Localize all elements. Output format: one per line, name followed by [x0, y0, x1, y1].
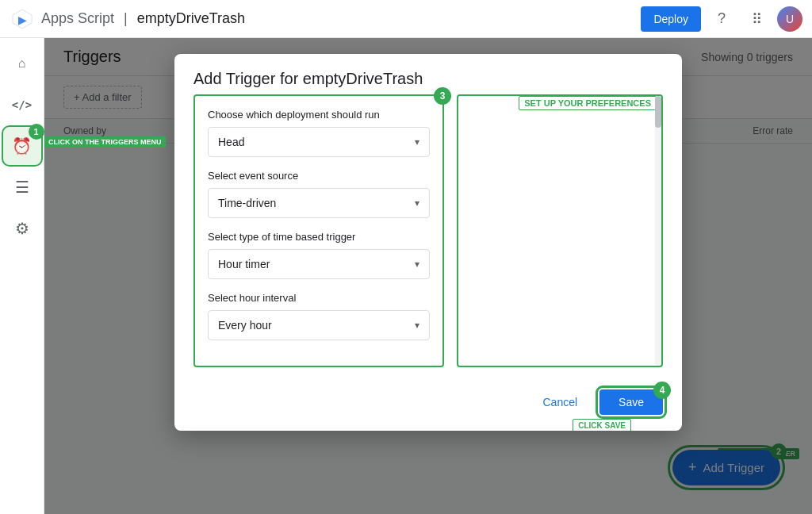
add-trigger-modal: Add Trigger for emptyDriveTrash 3 SET UP… [174, 54, 682, 431]
event-source-field: Select event source Time-driven ▾ [208, 170, 430, 218]
svg-text:▶: ▶ [18, 13, 27, 26]
app-name-label: Apps Script [41, 10, 114, 27]
modal-footer: Cancel Save 4 CLICK SAVE [174, 380, 682, 431]
triggers-menu-annotation: CLICK ON THE TRIGGERS MENU [44, 136, 166, 148]
deployment-select[interactable]: Head ▾ [208, 127, 430, 157]
google-apps-script-logo: ▶ [10, 6, 35, 32]
project-name-label: emptyDriveTrash [137, 10, 245, 27]
cancel-button[interactable]: Cancel [530, 389, 590, 415]
deployment-field: Choose which deployment should run Head … [208, 109, 430, 157]
modal-scrollbar[interactable] [655, 96, 661, 366]
trigger-type-value: Hour timer [218, 258, 270, 270]
modal-overlay: Add Trigger for emptyDriveTrash 3 SET UP… [44, 38, 812, 514]
click-save-annotation: CLICK SAVE [573, 419, 631, 431]
sidebar: ⌂ </> ⏰ 1 ☰ ⚙ [0, 38, 44, 514]
deployment-chevron-icon: ▾ [415, 136, 419, 148]
trigger-type-label: Select type of time based trigger [208, 231, 430, 243]
user-avatar[interactable]: U [777, 6, 802, 32]
hour-interval-chevron-icon: ▾ [415, 320, 419, 331]
topbar: ▶ Apps Script | emptyDriveTrash Deploy ?… [0, 0, 812, 38]
event-source-value: Time-driven [218, 197, 276, 209]
sidebar-item-triggers[interactable]: ⏰ 1 [3, 127, 41, 165]
modal-scrollbar-thumb [655, 96, 661, 128]
modal-right-panel [457, 94, 663, 367]
event-source-chevron-icon: ▾ [415, 198, 419, 209]
account-icon[interactable]: ? [707, 5, 736, 33]
sidebar-item-editor[interactable]: </> [3, 86, 41, 124]
clock-icon: ⏰ [12, 136, 32, 155]
hour-interval-field: Select hour interval Every hour ▾ [208, 292, 430, 340]
deployment-label: Choose which deployment should run [208, 109, 430, 121]
deployment-value: Head [218, 136, 244, 148]
modal-form-section: 3 SET UP YOUR PREFERENCES Choose which d… [193, 94, 444, 367]
sidebar-item-executions[interactable]: ☰ [3, 168, 41, 206]
modal-title: Add Trigger for emptyDriveTrash [174, 54, 682, 94]
sidebar-item-settings[interactable]: ⚙ [3, 209, 41, 247]
step4-badge: 4 [653, 382, 671, 399]
sidebar-item-home[interactable]: ⌂ [3, 44, 41, 82]
step1-badge: 1 [29, 124, 44, 140]
trigger-type-chevron-icon: ▾ [415, 259, 419, 270]
trigger-type-field: Select type of time based trigger Hour t… [208, 231, 430, 279]
hour-interval-label: Select hour interval [208, 292, 430, 304]
deploy-button[interactable]: Deploy [641, 6, 701, 32]
trigger-type-select[interactable]: Hour timer ▾ [208, 249, 430, 279]
event-source-label: Select event source [208, 170, 430, 182]
content-area: Triggers Showing 0 triggers + Add a filt… [44, 38, 812, 514]
hour-interval-select[interactable]: Every hour ▾ [208, 310, 430, 340]
event-source-select[interactable]: Time-driven ▾ [208, 188, 430, 218]
step3-badge: 3 [434, 87, 451, 105]
hour-interval-value: Every hour [218, 319, 272, 332]
grid-icon[interactable]: ⠿ [742, 5, 771, 33]
